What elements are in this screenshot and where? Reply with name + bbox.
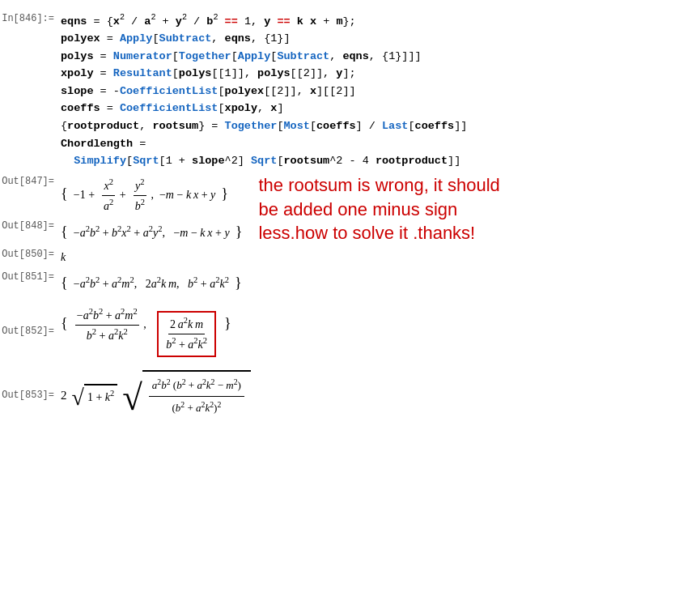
out853-content: 2 √ 1 + k2 √ a2b2 (b2 + a2k2 − m2): [61, 370, 700, 421]
math-block: Out[847]= { −1 + x2 a2 + y2 b2 , −m − k …: [0, 173, 242, 298]
out852-content: { −a2b2 + a2m2 b2 + a2k2 , 2 a2k m b2 + …: [61, 305, 700, 357]
input-lines: eqns = {x2 / a2 + y2 / b2 == 1, y == k x…: [61, 11, 700, 170]
input-cell: In[846]:= eqns = {x2 / a2 + y2 / b2 == 1…: [0, 8, 700, 173]
boxed-fraction: 2 a2k m b2 + a2k2: [157, 311, 216, 357]
out852-label: Out[852]=: [0, 326, 61, 337]
out848-label: Out[848]=: [0, 220, 61, 232]
output-annotation-row: Out[847]= { −1 + x2 a2 + y2 b2 , −m − k …: [0, 173, 700, 298]
sqrt-1-k2: √ 1 + k2: [72, 384, 118, 407]
sqrt-large-content: a2b2 (b2 + a2k2 − m2) (b2 + a2k2)2: [142, 370, 251, 421]
input-line-3: polys = Numerator[Together[Apply[Subtrac…: [61, 48, 700, 66]
input-label: In[846]:=: [0, 11, 61, 24]
large-sqrt-outer: √ a2b2 (b2 + a2k2 − m2) (b2 + a2k2)2: [122, 370, 251, 421]
input-line-1: eqns = {x2 / a2 + y2 / b2 == 1, y == k x…: [61, 11, 700, 30]
out850-cell: Out[850]= k: [0, 246, 242, 269]
input-line-7: {rootproduct, rootsum} = Together[Most[c…: [61, 117, 700, 135]
frac-out852-1: −a2b2 + a2m2 b2 + a2k2: [75, 305, 139, 345]
out851-cell: Out[851]= { −a2b2 + a2m2, 2a2k m, b2 + a…: [0, 269, 242, 297]
sqrt-1-k2-content: 1 + k2: [84, 384, 117, 407]
frac-num-out853: a2b2 (b2 + a2k2 − m2): [149, 374, 244, 397]
input-line-6: coeffs = CoefficientList[xpoly, x]: [61, 100, 700, 117]
frac-x2-a2: x2 a2: [102, 176, 115, 215]
out852-cell: Out[852]= { −a2b2 + a2m2 b2 + a2k2 , 2 a…: [0, 303, 700, 360]
out851-content: { −a2b2 + a2m2, 2a2k m, b2 + a2k2 }: [61, 271, 242, 295]
notebook: In[846]:= eqns = {x2 / a2 + y2 / b2 == 1…: [0, 8, 700, 424]
out851-label: Out[851]=: [0, 271, 61, 283]
sqrt-radical-large: √: [122, 384, 142, 413]
input-line-4: xpoly = Resultant[polys[[1]], polys[[2]]…: [61, 65, 700, 83]
sqrt-radical-small: √: [72, 389, 84, 407]
input-line-9: Simplify[Sqrt[1 + slope^2] Sqrt[rootsum^…: [61, 152, 700, 170]
out848-content: { −a2b2 + b2x2 + a2y2, −m − k x + y }: [61, 220, 242, 244]
out853-cell: Out[853]= 2 √ 1 + k2 √: [0, 368, 700, 424]
out847-content: { −1 + x2 a2 + y2 b2 , −m − k x + y }: [61, 176, 242, 215]
input-content: eqns = {x2 / a2 + y2 / b2 == 1, y == k x…: [61, 11, 700, 170]
out847-cell: Out[847]= { −1 + x2 a2 + y2 b2 , −m − k …: [0, 173, 242, 218]
input-line-8: Chordlength =: [61, 135, 700, 153]
frac-out853-main: a2b2 (b2 + a2k2 − m2) (b2 + a2k2)2: [149, 374, 244, 419]
frac-out852-2: 2 a2k m b2 + a2k2: [164, 314, 209, 354]
out850-content: k: [61, 249, 242, 266]
out853-label: Out[853]=: [0, 390, 61, 401]
frac-y2-b2: y2 b2: [134, 176, 146, 215]
coeff-2: 2: [61, 385, 67, 405]
out850-label: Out[850]=: [0, 249, 61, 260]
out848-cell: Out[848]= { −a2b2 + b2x2 + a2y2, −m − k …: [0, 218, 242, 246]
input-line-5: slope = -CoefficientList[polyex[[2]], x]…: [61, 83, 700, 100]
frac-den-out853: (b2 + a2k2)2: [168, 397, 224, 419]
out847-label: Out[847]=: [0, 176, 61, 187]
annotation-text: the rootsum is wrong, it should be added…: [242, 173, 517, 245]
input-line-2: polyex = Apply[Subtract, eqns, {1}]: [61, 30, 700, 48]
